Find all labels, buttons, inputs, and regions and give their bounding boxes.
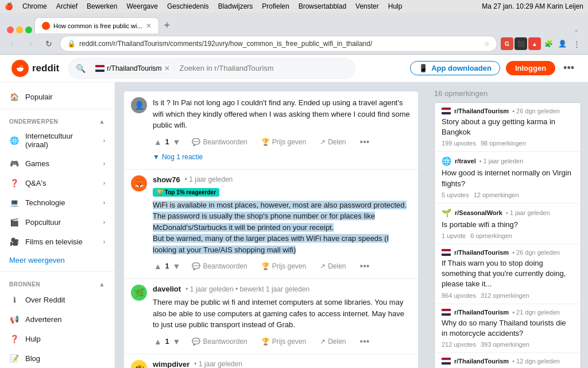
profielen-menu[interactable]: Profielen bbox=[262, 2, 289, 10]
share-btn-show76[interactable]: ↗ Delen bbox=[316, 261, 349, 271]
more-actions-show76[interactable]: ••• bbox=[357, 260, 373, 273]
sidebar-item-popular[interactable]: 🏠 Populair bbox=[0, 87, 114, 106]
archief-menu[interactable]: Archief bbox=[56, 2, 78, 10]
comment-icon-show76: 💬 bbox=[192, 262, 200, 270]
bronnen-chevron-icon[interactable]: ▲ bbox=[99, 281, 105, 288]
share-btn[interactable]: ↗ Delen bbox=[316, 137, 349, 147]
bookmark-icon[interactable]: ☆ bbox=[484, 40, 490, 48]
sidebar-item-hulp[interactable]: ❓ Hulp bbox=[0, 329, 114, 348]
thailand-flag-4 bbox=[442, 249, 451, 256]
sidebar-item-games[interactable]: 🎮 Games › bbox=[0, 154, 114, 173]
bladwijzers-menu[interactable]: Bladwijzers bbox=[218, 2, 253, 10]
forward-btn[interactable]: › bbox=[23, 36, 38, 51]
sidebar-item-popcultuur[interactable]: 🎬 Popcultuur › bbox=[0, 212, 114, 232]
search-bar[interactable]: 🔍 r/ThailandTourism ✕ bbox=[68, 58, 355, 79]
upvote-btn-show76[interactable]: ▲ bbox=[153, 260, 163, 272]
reddit-logo[interactable]: reddit bbox=[11, 60, 59, 77]
related-post-6-time: • 12 dgn geleden bbox=[512, 358, 560, 365]
subreddit-pill-close[interactable]: ✕ bbox=[164, 64, 170, 72]
avatar-anon: 👤 bbox=[131, 97, 147, 113]
browser-tab[interactable]: How common is free public wi... ✕ bbox=[34, 17, 159, 33]
header-right: 📱 App downloaden Inloggen ••• bbox=[410, 60, 577, 76]
sidebar-item-over-reddit[interactable]: ℹ Over Reddit bbox=[0, 290, 114, 309]
ext2-icon[interactable]: ▲ bbox=[528, 37, 541, 50]
weergave-menu[interactable]: Weergave bbox=[126, 2, 157, 10]
sidebar-meer-weergeven[interactable]: Meer weergeven bbox=[0, 251, 114, 269]
more-options-button[interactable]: ••• bbox=[561, 60, 577, 76]
award-btn-daveliot[interactable]: 🏆 Prijs geven bbox=[258, 336, 310, 347]
award-btn[interactable]: 🏆 Prijs geven bbox=[258, 137, 310, 147]
app-download-button[interactable]: 📱 App downloaden bbox=[410, 61, 500, 75]
downvote-btn[interactable]: ▼ bbox=[172, 136, 182, 148]
show76-meta: • 1 jaar geleden bbox=[185, 175, 233, 183]
upvote-btn[interactable]: ▲ bbox=[153, 136, 163, 148]
sidebar-item-internetcultuur[interactable]: 🌐 Internetcultuur (viraal) › bbox=[0, 127, 114, 154]
related-post-4[interactable]: r/ThailandTourism • 26 dgn geleden If Th… bbox=[435, 244, 581, 304]
related-post-5[interactable]: r/ThailandTourism • 21 dgn geleden Why d… bbox=[435, 304, 581, 353]
apple-menu[interactable]: 🍎 bbox=[5, 2, 13, 10]
google-icon[interactable]: G bbox=[501, 37, 513, 50]
related-post-2-time: • 1 jaar geleden bbox=[479, 158, 524, 164]
more-actions-daveliot[interactable]: ••• bbox=[357, 335, 373, 348]
address-bar[interactable]: 🔒 reddit.com/r/ThailandTourism/comments/… bbox=[60, 36, 497, 52]
subreddit-pill[interactable]: r/ThailandTourism ✕ bbox=[90, 63, 175, 74]
sidebar-item-adverteren[interactable]: 📢 Adverteren bbox=[0, 309, 114, 329]
ext1-icon[interactable]: ⬛ bbox=[514, 37, 527, 50]
reply-btn-show76[interactable]: 💬 Beantwoorden bbox=[188, 261, 250, 271]
bewerken-menu[interactable]: Bewerken bbox=[87, 2, 117, 10]
tab-title: How common is free public wi... bbox=[53, 22, 142, 29]
new-tab-btn[interactable]: + bbox=[159, 17, 175, 33]
menu-btn[interactable]: ⋮ bbox=[570, 37, 583, 51]
related-post-3-meta: 🌱 r/SeasonalWork • 1 jaar geleden bbox=[442, 208, 574, 217]
reload-btn[interactable]: ↻ bbox=[41, 36, 56, 51]
geschiedenis-menu[interactable]: Geschiedenis bbox=[167, 2, 209, 10]
sidebar-item-qanda[interactable]: ❓ Q&A's › bbox=[0, 173, 114, 193]
right-sidebar: 16 opmerkingen r/ThailandTourism • 26 dg… bbox=[427, 82, 588, 368]
reply-btn[interactable]: 💬 Beantwoorden bbox=[188, 137, 250, 147]
sidebar-item-technologie[interactable]: 💻 Technologie › bbox=[0, 193, 114, 212]
chrome-menu[interactable]: Chrome bbox=[22, 2, 47, 10]
related-post-3[interactable]: 🌱 r/SeasonalWork • 1 jaar geleden Is por… bbox=[435, 204, 581, 244]
minimize-window-btn[interactable] bbox=[16, 26, 23, 33]
maximize-window-btn[interactable] bbox=[25, 26, 32, 33]
vote-section: ▲ 1 ▼ bbox=[153, 136, 181, 148]
award-icon-show76: 🏆 bbox=[261, 262, 270, 270]
comment-show76-actions: ▲ 1 ▼ 💬 Beantwoorden 🏆 bbox=[153, 260, 411, 273]
sidebar-item-blog[interactable]: 📝 Blog bbox=[0, 348, 114, 368]
upvotes-4: 864 upvotes bbox=[442, 292, 476, 299]
bronnen-section-header: BRONNEN ▲ bbox=[0, 274, 114, 290]
content-area: 🏠 Populair ONDERWERPEN ▲ 🌐 Internetcultu… bbox=[0, 82, 588, 368]
sidebar-item-films[interactable]: 🎥 Films en televisie › bbox=[0, 232, 114, 251]
close-window-btn[interactable] bbox=[7, 26, 14, 33]
onderwerpen-chevron-icon[interactable]: ▲ bbox=[99, 118, 105, 125]
related-post-3-stats: 1 upvote 6 opmerkingen bbox=[442, 232, 574, 239]
upvotes-1: 199 upvotes bbox=[442, 140, 476, 147]
reply-btn-daveliot[interactable]: 💬 Beantwoorden bbox=[188, 336, 250, 347]
upvote-btn-daveliot[interactable]: ▲ bbox=[153, 336, 163, 347]
tab-strip-toggle[interactable]: ⌄ bbox=[574, 26, 579, 33]
back-btn[interactable]: ‹ bbox=[5, 36, 20, 51]
ext4-icon[interactable]: 👤 bbox=[556, 37, 568, 50]
meer-weergeven-label: Meer weergeven bbox=[9, 256, 65, 264]
tab-favicon bbox=[42, 22, 50, 30]
hulp-menu[interactable]: Hulp bbox=[388, 2, 403, 10]
show-replies-anon[interactable]: ▼ Nog 1 reactie bbox=[153, 151, 411, 163]
username-wimpdiver: wimpdiver bbox=[153, 360, 189, 369]
share-btn-daveliot[interactable]: ↗ Delen bbox=[316, 336, 349, 347]
login-button[interactable]: Inloggen bbox=[506, 61, 555, 75]
related-post-1[interactable]: r/ThailandTourism • 26 dgn geleden Story… bbox=[435, 103, 581, 152]
tab-close-btn[interactable]: ✕ bbox=[146, 22, 152, 30]
search-input[interactable] bbox=[180, 64, 349, 72]
downvote-btn-show76[interactable]: ▼ bbox=[172, 260, 182, 272]
ext3-icon[interactable]: 🧩 bbox=[542, 37, 555, 50]
browsertabblad-menu[interactable]: Browsertabblad bbox=[299, 2, 346, 10]
venster-menu[interactable]: Venster bbox=[355, 2, 379, 10]
username-daveliot: daveliot bbox=[153, 285, 181, 293]
sidebar-films-label: Films en televisie bbox=[25, 237, 98, 246]
related-post-2[interactable]: 🌐 r/travel • 1 jaar geleden How good is … bbox=[435, 152, 581, 203]
more-actions-btn[interactable]: ••• bbox=[357, 136, 373, 148]
comments-3: 6 opmerkingen bbox=[470, 232, 512, 239]
downvote-btn-daveliot[interactable]: ▼ bbox=[172, 336, 182, 347]
award-btn-show76[interactable]: 🏆 Prijs geven bbox=[258, 261, 310, 271]
related-post-6[interactable]: r/ThailandTourism • 12 dgn geleden Trave… bbox=[435, 353, 581, 368]
